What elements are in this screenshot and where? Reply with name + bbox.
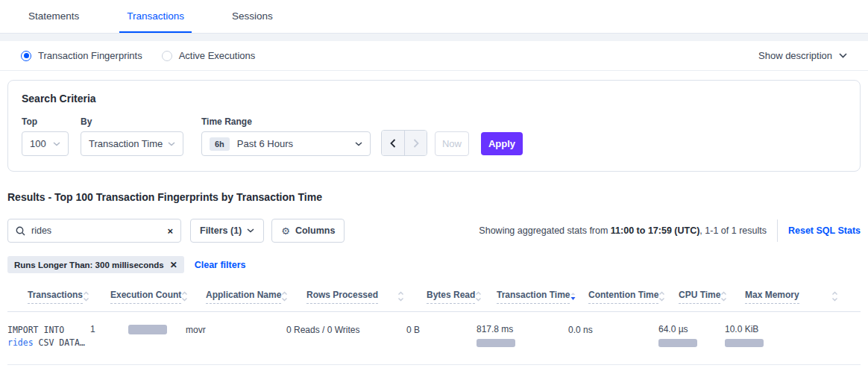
sort-icon[interactable] bbox=[831, 291, 838, 302]
column-header-transactions[interactable]: Transactions bbox=[28, 285, 110, 311]
stats-time-range: 11:00 to 17:59 (UTC) bbox=[611, 225, 699, 236]
top-select-value: 100 bbox=[30, 138, 46, 149]
view-mode-bar: Transaction Fingerprints Active Executio… bbox=[0, 41, 868, 71]
search-box[interactable]: × bbox=[7, 219, 181, 243]
time-range-value: Past 6 Hours bbox=[237, 138, 293, 149]
search-match-highlight[interactable]: rides bbox=[7, 337, 34, 348]
transaction-time-bar bbox=[477, 339, 515, 347]
execution-count-bar bbox=[128, 325, 167, 334]
column-header-transaction-time[interactable]: Transaction Time bbox=[497, 285, 588, 311]
radio-unselected-icon[interactable] bbox=[162, 51, 172, 61]
sort-icon[interactable] bbox=[720, 291, 727, 302]
filter-pill[interactable]: Runs Longer Than: 300 milliseconds ✕ bbox=[7, 256, 184, 273]
sort-icon[interactable] bbox=[281, 291, 288, 302]
tab-sessions[interactable]: Sessions bbox=[224, 0, 280, 33]
cell-contention-time: 0.0 ns bbox=[568, 324, 658, 335]
aggregated-stats-text: Showing aggregated stats from 11:00 to 1… bbox=[479, 225, 767, 236]
apply-button[interactable]: Apply bbox=[481, 132, 523, 155]
column-header-execution-count[interactable]: Execution Count bbox=[110, 285, 206, 311]
cell-max-memory: 10.0 KiB bbox=[725, 324, 861, 347]
sort-icon[interactable] bbox=[397, 291, 404, 302]
time-window-stepper bbox=[381, 130, 427, 156]
search-criteria-card: Search Criteria Top 100 By Transaction T… bbox=[7, 80, 861, 172]
cell-rows-processed: 0 Reads / 0 Writes bbox=[286, 324, 406, 335]
sort-desc-active-icon[interactable] bbox=[570, 291, 576, 302]
column-header-application-name[interactable]: Application Name bbox=[206, 285, 306, 311]
next-time-window-button[interactable] bbox=[404, 131, 427, 155]
chevron-down-icon bbox=[53, 142, 60, 146]
radio-transaction-fingerprints[interactable]: Transaction Fingerprints bbox=[21, 50, 142, 61]
radio-active-executions[interactable]: Active Executions bbox=[162, 50, 256, 61]
gear-icon: ⚙ bbox=[281, 225, 290, 237]
search-input[interactable] bbox=[31, 225, 167, 236]
max-memory-bar bbox=[725, 339, 764, 347]
cell-bytes-read: 0 B bbox=[406, 324, 477, 335]
tab-transactions[interactable]: Transactions bbox=[119, 0, 192, 33]
sort-icon[interactable] bbox=[658, 291, 665, 302]
by-select[interactable]: Transaction Time bbox=[81, 131, 183, 156]
tab-statements[interactable]: Statements bbox=[21, 0, 87, 33]
chevron-down-icon bbox=[839, 53, 847, 58]
radio-selected-icon[interactable] bbox=[21, 51, 31, 61]
now-button[interactable]: Now bbox=[435, 131, 469, 156]
column-header-rows-processed[interactable]: Rows Processed bbox=[306, 285, 427, 311]
top-label: Top bbox=[22, 116, 81, 127]
columns-button-label: Columns bbox=[295, 225, 335, 236]
show-description-label: Show description bbox=[758, 50, 832, 61]
top-select[interactable]: 100 bbox=[22, 131, 69, 156]
chevron-down-icon bbox=[168, 142, 175, 146]
cell-application-name: movr bbox=[186, 324, 286, 335]
main-content: Search Criteria Top 100 By Transaction T… bbox=[0, 80, 868, 365]
column-header-cpu-time[interactable]: CPU Time bbox=[679, 285, 745, 311]
column-header-bytes-read[interactable]: Bytes Read bbox=[427, 285, 497, 311]
time-range-label: Time Range bbox=[201, 116, 371, 127]
active-filters-row: Runs Longer Than: 300 milliseconds ✕ Cle… bbox=[7, 256, 861, 273]
search-icon bbox=[16, 226, 25, 236]
divider-band bbox=[0, 34, 868, 41]
remove-filter-icon[interactable]: ✕ bbox=[170, 261, 177, 269]
table-row: IMPORT INTO rides CSV DATA… 1 movr 0 Rea… bbox=[7, 312, 861, 365]
column-header-contention-time[interactable]: Contention Time bbox=[588, 285, 679, 311]
chevron-down-icon bbox=[247, 228, 254, 233]
radio-fingerprints-label: Transaction Fingerprints bbox=[38, 50, 142, 61]
reset-sql-stats-link[interactable]: Reset SQL Stats bbox=[788, 225, 861, 236]
results-toolbar: × Filters (1) ⚙ Columns Showing aggregat… bbox=[7, 219, 861, 243]
by-label: By bbox=[81, 116, 201, 127]
cell-transaction-fingerprint[interactable]: IMPORT INTO rides CSV DATA… bbox=[7, 324, 90, 349]
table-header-row: Transactions Execution Count Application… bbox=[7, 285, 861, 312]
cell-transaction-time: 817.8 ms bbox=[477, 324, 568, 347]
results-heading: Results - Top 100 Transaction Fingerprin… bbox=[7, 191, 861, 203]
chevron-down-icon bbox=[355, 142, 362, 146]
filters-button-label: Filters (1) bbox=[200, 225, 242, 236]
transactions-table: Transactions Execution Count Application… bbox=[7, 285, 861, 365]
filter-pill-label: Runs Longer Than: 300 milliseconds bbox=[14, 261, 164, 269]
column-header-max-memory[interactable]: Max Memory bbox=[745, 285, 861, 311]
cpu-time-bar bbox=[658, 339, 697, 347]
cell-cpu-time: 64.0 µs bbox=[658, 324, 725, 347]
time-range-badge: 6h bbox=[210, 137, 230, 151]
show-description-toggle[interactable]: Show description bbox=[758, 50, 847, 61]
search-clear-icon[interactable]: × bbox=[167, 226, 173, 236]
previous-time-window-button[interactable] bbox=[382, 131, 404, 155]
radio-active-executions-label: Active Executions bbox=[179, 50, 256, 61]
columns-button[interactable]: ⚙ Columns bbox=[271, 219, 345, 243]
filters-button[interactable]: Filters (1) bbox=[190, 219, 264, 243]
page-tabs: Statements Transactions Sessions bbox=[0, 0, 868, 34]
cell-execution-count: 1 bbox=[90, 324, 186, 334]
by-select-value: Transaction Time bbox=[89, 138, 163, 149]
sort-icon[interactable] bbox=[475, 291, 482, 302]
sort-icon[interactable] bbox=[181, 291, 188, 302]
sort-icon[interactable] bbox=[83, 291, 89, 302]
search-criteria-title: Search Criteria bbox=[22, 93, 846, 105]
clear-filters-link[interactable]: Clear filters bbox=[195, 260, 246, 270]
toolbar-divider bbox=[777, 219, 778, 242]
time-range-select[interactable]: 6h Past 6 Hours bbox=[201, 131, 371, 156]
